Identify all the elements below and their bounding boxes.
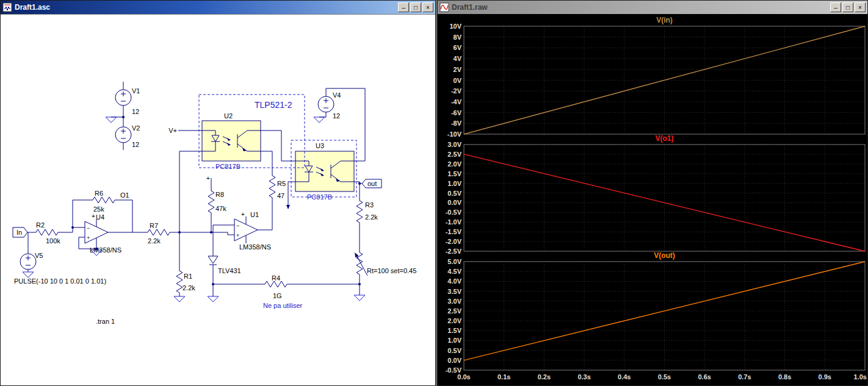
u4-minus-mark[interactable]: −: [87, 225, 90, 231]
net-o1[interactable]: O1: [120, 191, 129, 199]
waveform-pane-V(o1)[interactable]: 3.0V2.5V2.0V1.5V1.0V0.5V0.0V-0.5V-1.0V-1…: [446, 134, 865, 255]
optocoupler-U3[interactable]: [295, 151, 354, 191]
y-tick-label: 1.5V: [447, 327, 461, 334]
trace-V(o1)[interactable]: [464, 154, 865, 251]
minimize-button[interactable]: –: [398, 2, 409, 12]
ground-icon[interactable]: [174, 296, 185, 302]
voltage-source-V2[interactable]: [115, 127, 131, 143]
v1-value[interactable]: 12: [132, 108, 139, 115]
port-in-label[interactable]: In: [16, 229, 22, 236]
r3-ref[interactable]: R3: [365, 201, 374, 209]
r1-ref[interactable]: R1: [184, 273, 192, 280]
waveform-pane-V(in)[interactable]: 10V8V6V4V2V0V-2V-4V-6V-8V-10VV(in): [447, 16, 865, 138]
rt-value[interactable]: Rt=100 set=0.45: [367, 267, 416, 274]
resistor-Rt-potentiometer[interactable]: [355, 249, 367, 276]
r1-value[interactable]: 2.2k: [183, 284, 195, 291]
u1-minus-mark[interactable]: −: [236, 223, 239, 229]
resistor-R3[interactable]: [356, 198, 363, 224]
resistor-R5[interactable]: [269, 173, 275, 199]
y-tick-label: 0.0V: [447, 199, 461, 206]
voltage-source-V4[interactable]: [318, 96, 334, 112]
opamp-U1[interactable]: [234, 216, 258, 243]
r8-value[interactable]: 47k: [215, 205, 226, 212]
r6-value[interactable]: 25k: [93, 206, 104, 213]
y-tick-label: 2.0V: [447, 160, 461, 168]
r5-ref[interactable]: R5: [277, 180, 286, 187]
waveform-titlebar[interactable]: Draft1.raw – □ ×: [438, 1, 867, 14]
port-out-label[interactable]: out: [367, 180, 377, 187]
ground-icon[interactable]: [208, 296, 219, 302]
optocoupler-U2[interactable]: [202, 121, 261, 161]
y-tick-label: -2.5V: [446, 248, 462, 255]
u1-value[interactable]: LM358/NS: [239, 243, 271, 251]
waveform-pane-V(out)[interactable]: 5.0V4.5V4.0V3.5V3.0V2.5V2.0V1.5V1.0V0.5V…: [446, 251, 865, 374]
waveform-plot-area[interactable]: 10V8V6V4V2V0V-2V-4V-6V-8V-10VV(in)3.0V2.…: [438, 14, 867, 385]
ground-icon[interactable]: [354, 295, 365, 301]
u1-plus-mark[interactable]: +: [236, 232, 239, 238]
opamp-U4[interactable]: [85, 219, 108, 246]
r6-ref[interactable]: R6: [95, 190, 103, 197]
r5-value[interactable]: 47: [277, 192, 284, 199]
close-button[interactable]: ×: [855, 2, 866, 12]
r8-plus-mark[interactable]: +: [206, 175, 210, 182]
v2-ref[interactable]: V2: [132, 124, 140, 132]
u4-plus-mark[interactable]: +: [87, 235, 90, 241]
resistor-R6[interactable]: [90, 197, 117, 203]
r7-value[interactable]: 2.2k: [148, 237, 161, 245]
r3-value[interactable]: 2.2k: [365, 213, 378, 221]
y-tick-label: 0V: [454, 77, 462, 84]
resistor-R4[interactable]: [262, 281, 289, 287]
resistor-R2[interactable]: [33, 229, 60, 235]
ground-icon[interactable]: [314, 117, 325, 123]
u1-ref[interactable]: U1: [250, 211, 259, 218]
y-tick-label: 1.5V: [447, 170, 461, 177]
r4-ref[interactable]: R4: [272, 274, 280, 282]
y-tick-label: 2.0V: [447, 317, 461, 324]
maximize-button[interactable]: □: [842, 2, 853, 12]
u3-value[interactable]: PC817B: [307, 193, 332, 201]
r2-ref[interactable]: R2: [36, 221, 45, 229]
resistor-R1[interactable]: [176, 268, 183, 295]
u4-value[interactable]: LM358/NS: [90, 246, 121, 254]
ground-icon[interactable]: [106, 117, 117, 123]
v5-value[interactable]: PULSE(-10 10 0 1 0.01 0 1.01): [14, 277, 106, 285]
trace-V(in)[interactable]: [464, 26, 865, 134]
u4-vplus-mark[interactable]: +: [92, 213, 95, 220]
trace-label-V(in)[interactable]: V(in): [656, 16, 673, 24]
schematic-titlebar[interactable]: Draft1.asc – □ ×: [1, 1, 435, 14]
y-tick-label: 10V: [449, 23, 461, 30]
u2-ref[interactable]: U2: [224, 112, 233, 120]
voltage-source-V1[interactable]: [115, 90, 131, 105]
r7-ref[interactable]: R7: [150, 222, 158, 229]
waveform-doc-icon[interactable]: [439, 2, 449, 12]
v4-ref[interactable]: V4: [333, 91, 341, 99]
u4-ref[interactable]: U4: [96, 213, 104, 221]
net-vplus[interactable]: V+: [168, 127, 177, 134]
maximize-button[interactable]: □: [410, 2, 421, 12]
r8-ref[interactable]: R8: [215, 191, 224, 198]
v1-ref[interactable]: V1: [132, 87, 140, 95]
v4-value[interactable]: 12: [333, 112, 340, 120]
resistor-R8[interactable]: [208, 188, 214, 215]
comment-ne-pa[interactable]: Ne pa utiliser: [263, 302, 303, 309]
directive-tran[interactable]: .tran 1: [96, 318, 115, 325]
voltage-source-V5[interactable]: [20, 254, 36, 270]
resistor-R7[interactable]: [145, 229, 172, 235]
v5-ref[interactable]: V5: [35, 252, 43, 259]
trace-label-V(out)[interactable]: V(out): [654, 251, 675, 260]
u2-value[interactable]: PC817B: [215, 163, 241, 170]
r2-value[interactable]: 100k: [46, 237, 60, 245]
ground-icon[interactable]: [23, 272, 34, 277]
close-button[interactable]: ×: [422, 2, 433, 12]
shunt-regulator-TLV431[interactable]: [208, 251, 218, 273]
tlv-ref[interactable]: TLV431: [218, 267, 241, 274]
trace-label-V(o1)[interactable]: V(o1): [656, 134, 674, 143]
r4-value[interactable]: 1G: [273, 292, 282, 299]
schematic-canvas[interactable]: V112V212V412V5PULSE(-10 10 0 1 0.01 0 1.…: [1, 14, 435, 385]
u3-ref[interactable]: U3: [316, 142, 324, 149]
u1-vplus-mark[interactable]: +: [241, 211, 245, 218]
minimize-button[interactable]: –: [830, 2, 841, 12]
schematic-doc-icon[interactable]: [2, 2, 12, 12]
comment-tlp521[interactable]: TLP521-2: [255, 100, 292, 110]
v2-value[interactable]: 12: [132, 141, 139, 148]
